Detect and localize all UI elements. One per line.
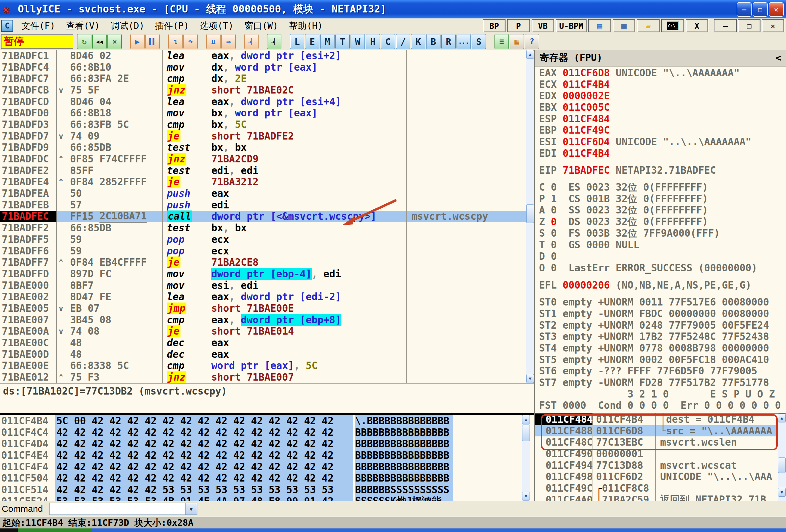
step-into-icon[interactable]: ↴ (168, 34, 183, 49)
disasm-row[interactable]: 71BADFEB57pushedi (0, 199, 534, 211)
scroll-down-icon[interactable]: ▼ (526, 374, 534, 383)
register-line[interactable]: ST5 empty +UNORM 0002 00F5FC18 000AC410 (535, 354, 786, 366)
panel-button-s[interactable]: S (472, 34, 486, 49)
disasm-row[interactable]: 71BAE0073B45 08cmpeax, dword ptr [ebp+8] (0, 314, 534, 326)
register-line[interactable]: FST 0000 Cond 0 0 0 0 Err 0 0 0 0 0 0 0 … (535, 400, 786, 412)
disasm-scrollbar[interactable]: ▲ ▼ (526, 50, 534, 383)
panel-button-m[interactable]: M (320, 34, 334, 49)
register-line[interactable]: T 0 GS 0000 NULL (535, 239, 786, 251)
hexdump-pane[interactable]: 011CF4B45C 00 42 42 42 42 42 42 42 42 42… (0, 413, 534, 501)
disasm-row[interactable]: 71BADFD7v74 09jeshort 71BADFE2 (0, 130, 534, 142)
hexdump-row[interactable]: 011CF50442 42 42 42 42 42 42 42 42 42 42… (0, 472, 534, 484)
disasm-row[interactable]: 71BADFE4^0F84 2852FFFFje71BA3212 (0, 176, 534, 188)
hexdump-scrollbar[interactable]: ▲ ▼ (522, 415, 530, 501)
hexdump-row[interactable]: 011CF52453 53 53 53 53 53 4B 91 4E 4A 97… (0, 495, 534, 501)
disasm-row[interactable]: 71BADFF659popecx (0, 245, 534, 257)
disasm-row[interactable]: 71BADFCBv75 5Fjnzshort 71BAE02C (0, 84, 534, 96)
register-line[interactable]: EDI 011CF4B4 (535, 147, 786, 159)
disasm-row[interactable]: 71BADFE285FFtestedi, edi (0, 165, 534, 176)
register-line[interactable]: ECX 011CF4B4 (535, 79, 786, 90)
step-over-icon[interactable]: ↷ (183, 34, 198, 49)
stack-row[interactable]: 011CF49477C13D88msvcrt.wcscat (535, 460, 786, 471)
register-line[interactable]: EDX 0000002E (535, 90, 786, 101)
disasm-row[interactable]: 71BADFF559popecx (0, 234, 534, 245)
register-line[interactable]: ST6 empty -??? FFFF 77F6D5F0 77F79005 (535, 366, 786, 377)
folder-icon[interactable]: ▰ (637, 19, 660, 32)
register-line[interactable]: ST7 empty -UNORM FD28 77F517B2 77F51778 (535, 377, 786, 388)
close-plugin-button[interactable]: X (686, 19, 708, 32)
disasm-row[interactable]: 71BAE00D48deceax (0, 349, 534, 360)
panel-button-c[interactable]: C (381, 34, 395, 49)
mdi-restore-icon[interactable]: ❐ (738, 19, 761, 32)
disasm-row[interactable]: 71BAE0008BF7movesi, edi (0, 280, 534, 291)
stack-row[interactable]: 011CF4A0│71BA2C59返回到 NETAPI32.71B (535, 494, 786, 501)
stack-row[interactable]: 011CF49000000001 (535, 448, 786, 460)
scroll-thumb[interactable] (778, 458, 786, 473)
scroll-up-icon[interactable]: ▲ (526, 50, 534, 59)
stack-row[interactable]: 011CF498011CF6D2UNICODE "\..\..\AAA (535, 471, 786, 482)
register-line[interactable]: ST2 empty +UNORM 0248 77F79005 00F5FE24 (535, 320, 786, 331)
register-line[interactable]: C 0 ES 0023 32位 0(FFFFFFFF) (535, 182, 786, 193)
close-program-icon[interactable]: ✕ (108, 34, 122, 49)
panel-button-h[interactable]: H (366, 34, 380, 49)
scroll-thumb[interactable] (526, 204, 534, 223)
register-line[interactable]: EBX 011C005C (535, 101, 786, 113)
restore-icon[interactable]: ❐ (753, 2, 768, 17)
scroll-up-icon[interactable]: ▲ (522, 415, 530, 424)
disasm-row[interactable]: 71BADFDC^0F85 F74CFFFFjnz71BA2CD9 (0, 153, 534, 165)
register-line[interactable]: D 0 (535, 251, 786, 262)
hexdump-row[interactable]: 011CF4B45C 00 42 42 42 42 42 42 42 42 42… (0, 415, 534, 426)
register-line[interactable]: P 1 CS 001B 32位 0(FFFFFFFF) (535, 193, 786, 205)
hexdump-row[interactable]: 011CF4C442 42 42 42 42 42 42 42 42 42 42… (0, 426, 534, 438)
stack-row[interactable]: 011CF49C┌011CF8C8 (535, 482, 786, 494)
menu-item-3[interactable]: 插件(P) (150, 20, 194, 32)
menu-item-1[interactable]: 查看(V) (61, 20, 105, 32)
disasm-row[interactable]: 71BADFD066:8B18movbx, word ptr [eax] (0, 107, 534, 119)
register-line[interactable]: ST1 empty -UNORM FBDC 00000000 00080000 (535, 308, 786, 320)
panel-button-/[interactable]: / (396, 34, 410, 49)
bp-button[interactable]: BP (483, 19, 506, 32)
execute-till-return-icon[interactable]: →▏ (244, 34, 258, 49)
panel-button-b[interactable]: B (426, 34, 440, 49)
register-line[interactable]: A 0 SS 0023 32位 0(FFFFFFFF) (535, 205, 786, 216)
hexdump-row[interactable]: 011CF51442 42 42 42 42 42 53 53 53 53 53… (0, 484, 534, 495)
register-line[interactable]: ESI 011CF6D4 UNICODE "..\..\AAAAAAA" (535, 136, 786, 147)
disassembly-pane[interactable]: 71BADFC18D46 02leaeax, dword ptr [esi+2]… (0, 50, 534, 383)
panel-button-dots[interactable]: ... (457, 34, 471, 49)
command-combobox[interactable]: ▼ (49, 503, 198, 515)
menu-item-2[interactable]: 调试(D) (105, 20, 149, 32)
menu-item-0[interactable]: 文件(F) (16, 20, 61, 32)
chevron-down-icon[interactable]: ▼ (185, 503, 197, 514)
disasm-row[interactable]: 71BADFEA50pusheax (0, 188, 534, 199)
minimize-icon[interactable]: — (737, 2, 752, 17)
register-line[interactable]: Z 0 DS 0023 32位 0(FFFFFFFF) (535, 216, 786, 228)
register-line[interactable]: EBP 011CF49C (535, 124, 786, 136)
stack-row[interactable]: 011CF48C77C13EBCmsvcrt.wcslen (535, 436, 786, 448)
menu-item-6[interactable]: 帮助(H) (283, 20, 328, 32)
disasm-row[interactable]: 71BAE012^75 F3jnzshort 71BAE007 (0, 371, 534, 383)
registers-pane[interactable]: EAX 011CF6D8 UNICODE "\..\AAAAAAA"ECX 01… (535, 66, 786, 414)
panel-button-k[interactable]: K (411, 34, 425, 49)
panel-button-l[interactable]: L (290, 34, 304, 49)
disasm-row[interactable]: 71BAE005vEB 07jmpshort 71BAE00E (0, 302, 534, 314)
register-line[interactable]: S 0 FS 003B 32位 7FF9A000(FFF) (535, 228, 786, 239)
close-icon[interactable]: ✕ (769, 2, 784, 17)
register-line[interactable]: EFL 00000206 (NO,NB,NE,A,NS,PE,GE,G) (535, 279, 786, 291)
reload-icon[interactable]: ↻ (77, 34, 91, 49)
disasm-row[interactable]: 71BAE00Av74 08jeshort 71BAE014 (0, 326, 534, 337)
notepad-icon[interactable]: ▤ (588, 19, 611, 32)
menu-item-4[interactable]: 选项(T) (194, 20, 239, 32)
disasm-row[interactable]: 71BADFFD897D FCmovdword ptr [ebp-4], edi (0, 268, 534, 280)
mdi-close-icon[interactable]: ✕ (762, 19, 784, 32)
scroll-down-icon[interactable]: ▼ (778, 488, 786, 497)
stack-row[interactable]: 011CF488011CF6D8└src = "\..\AAAAAAA (535, 425, 786, 437)
panel-button-w[interactable]: W (350, 34, 365, 49)
stack-pane[interactable]: 011CF484011CF4B4│dest = 011CF4B4011CF488… (535, 413, 786, 501)
register-line[interactable]: EIP 71BADFEC NETAPI32.71BADFEC (535, 165, 786, 176)
animate-into-icon[interactable]: ⇊ (206, 34, 221, 49)
disasm-row[interactable]: 71BAE0028D47 FEleaeax, dword ptr [edi-2] (0, 291, 534, 302)
disasm-row[interactable]: 71BAE00C48deceax (0, 337, 534, 349)
panel-button-r[interactable]: R (441, 34, 456, 49)
menu-item-5[interactable]: 窗口(W) (239, 20, 283, 32)
animate-over-icon[interactable]: ⇒ (222, 34, 236, 49)
